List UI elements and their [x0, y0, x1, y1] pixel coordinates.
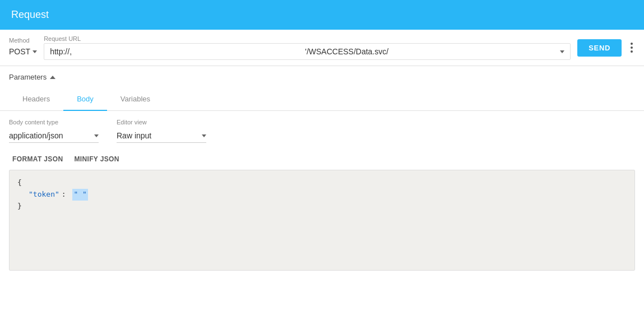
code-line-3: }	[17, 201, 627, 212]
method-container: Method POST	[9, 37, 37, 58]
content-type-label: Body content type	[9, 119, 99, 126]
indent	[17, 189, 26, 201]
code-value: " "	[72, 189, 87, 201]
method-label: Method	[9, 37, 37, 44]
toolbar: Method POST Request URL http://, '/WSACC…	[0, 30, 644, 66]
code-line-1: {	[17, 177, 627, 189]
editor-view-value: Raw input	[117, 131, 202, 140]
method-chevron-down-icon	[33, 50, 37, 53]
open-brace: {	[17, 177, 22, 189]
url-container: Request URL http://, '/WSACCESS/Data.svc…	[44, 35, 571, 60]
editor-view-select[interactable]: Raw input	[117, 129, 206, 143]
dot-icon	[631, 47, 633, 49]
tab-body[interactable]: Body	[63, 88, 107, 111]
close-brace: }	[17, 201, 22, 212]
method-value: POST	[9, 47, 30, 56]
method-select[interactable]: POST	[9, 45, 37, 58]
send-button[interactable]: SEND	[577, 39, 622, 57]
tabs: Headers Body Variables	[0, 88, 644, 111]
dot-icon	[631, 43, 633, 45]
tab-headers[interactable]: Headers	[9, 88, 63, 111]
content-type-value: application/json	[9, 131, 94, 140]
minify-json-button[interactable]: MINIFY JSON	[71, 153, 122, 165]
content-type-select[interactable]: application/json	[9, 129, 99, 143]
dot-icon	[631, 50, 633, 53]
json-actions: FORMAT JSON MINIFY JSON	[0, 151, 644, 170]
code-key: "token"	[29, 189, 59, 201]
editor-view-label: Editor view	[117, 119, 206, 126]
code-line-2: "token" : " "	[17, 189, 627, 201]
header: Request	[0, 0, 644, 30]
content-type-group: Body content type application/json	[9, 119, 99, 143]
body-options: Body content type application/json Edito…	[0, 111, 644, 151]
content-type-chevron-down-icon	[94, 134, 99, 137]
code-colon: :	[62, 189, 71, 201]
parameters-chevron-up-icon	[50, 76, 55, 79]
editor-view-chevron-down-icon	[202, 134, 206, 137]
parameters-header[interactable]: Parameters	[0, 66, 644, 88]
url-suffix: '/WSACCESS/Data.svc/	[305, 47, 560, 56]
code-editor[interactable]: { "token" : " " }	[9, 170, 635, 271]
format-json-button[interactable]: FORMAT JSON	[9, 153, 66, 165]
tab-variables[interactable]: Variables	[107, 88, 164, 111]
url-label: Request URL	[44, 35, 571, 42]
more-options-button[interactable]	[628, 40, 635, 55]
editor-view-group: Editor view Raw input	[117, 119, 206, 143]
url-input[interactable]: http://, '/WSACCESS/Data.svc/	[44, 43, 571, 60]
parameters-label: Parameters	[9, 73, 47, 81]
url-prefix: http://,	[50, 47, 305, 56]
header-title: Request	[11, 9, 49, 20]
url-chevron-down-icon[interactable]	[560, 50, 564, 53]
